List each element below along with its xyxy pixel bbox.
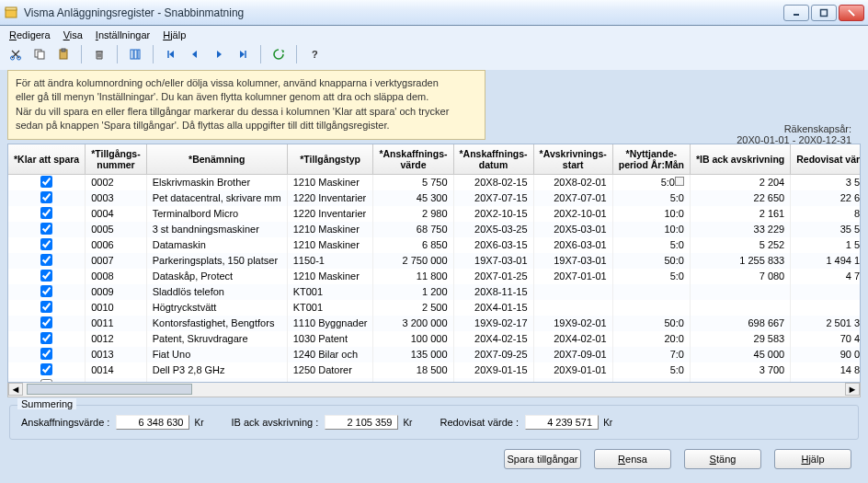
horizontal-scrollbar[interactable]: ◄ ► [7, 383, 861, 397]
cell[interactable]: 0011 [86, 316, 146, 331]
cell[interactable]: 0003 [86, 190, 146, 206]
cell[interactable]: 20X9-01-15 [453, 362, 533, 378]
cell[interactable]: 4 720 [791, 269, 861, 284]
cell[interactable] [8, 347, 86, 362]
cell[interactable]: 45 000 [690, 347, 790, 362]
cell[interactable]: 29 583 [690, 331, 790, 347]
menu-redigera[interactable]: Redigera [9, 29, 51, 40]
cell[interactable]: 1 200 [373, 284, 453, 300]
cell[interactable]: 100 000 [373, 331, 453, 347]
cell[interactable]: KT001 [287, 284, 373, 300]
cell[interactable]: 22 650 [690, 190, 790, 206]
cell[interactable]: 0008 [86, 269, 146, 284]
cell[interactable]: 1210 Maskiner [287, 269, 373, 284]
cell[interactable]: 68 750 [373, 222, 453, 237]
cell[interactable]: 1210 Maskiner [287, 237, 373, 253]
cell[interactable]: 50:0 [612, 253, 690, 269]
copy-icon[interactable] [29, 44, 50, 64]
cell[interactable]: 0012 [86, 331, 146, 347]
menu-hjalp[interactable]: Hjälp [163, 29, 186, 40]
cell[interactable]: 20X9-01-01 [533, 362, 612, 378]
maximize-button[interactable] [811, 5, 837, 21]
cell[interactable]: 5:0 [612, 269, 690, 284]
cell[interactable]: Elskrivmaskin Brother [146, 174, 287, 190]
cell[interactable]: Datamaskin [146, 237, 287, 253]
cell[interactable]: 20X4-01-15 [453, 300, 533, 316]
cell[interactable]: 6 850 [373, 237, 453, 253]
ready-checkbox[interactable] [40, 348, 52, 360]
cell[interactable]: KT001 [287, 300, 373, 316]
menu-visa[interactable]: Visa [63, 29, 83, 40]
cell[interactable]: 2 500 [373, 300, 453, 316]
cell[interactable]: 20X7-07-01 [533, 190, 612, 206]
cell[interactable]: Terminalbord Micro [146, 206, 287, 222]
cell[interactable] [533, 284, 612, 300]
column-header[interactable]: *IB ack avskrivning [690, 144, 790, 175]
table-row[interactable]: 0003Pet datacentral, skrivare mm1220 Inv… [8, 190, 861, 206]
cell[interactable]: 0009 [86, 284, 146, 300]
cell[interactable]: Dataskåp, Protect [146, 269, 287, 284]
cut-icon[interactable] [6, 44, 26, 64]
ready-checkbox[interactable] [40, 332, 52, 344]
cell[interactable]: 10:0 [612, 222, 690, 237]
help-icon[interactable]: ? [304, 44, 325, 64]
cell[interactable]: 0014 [86, 362, 146, 378]
cell[interactable] [533, 300, 612, 316]
assets-grid[interactable]: *Klar att spara*Tillgångs-nummer*Benämni… [7, 144, 861, 383]
cell[interactable]: 5:0 [612, 190, 690, 206]
cell[interactable]: 10:0 [612, 206, 690, 222]
cell[interactable]: 0007 [86, 253, 146, 269]
table-row[interactable]: 0007Parkeringsplats, 150 platser1150-12 … [8, 253, 861, 269]
cell[interactable]: 1150-1 [287, 253, 373, 269]
cell[interactable] [791, 300, 861, 316]
cell[interactable]: 19X9-02-17 [453, 316, 533, 331]
cell[interactable]: 20X4-02-01 [533, 331, 612, 347]
close-button[interactable] [839, 5, 864, 21]
cell[interactable]: 20:0 [612, 331, 690, 347]
cell[interactable]: 2 980 [373, 206, 453, 222]
cell[interactable] [8, 331, 86, 347]
cell[interactable]: Sladdlös telefon [146, 284, 287, 300]
cell[interactable]: Parkeringsplats, 150 platser [146, 253, 287, 269]
help-button[interactable]: Hjälp [774, 449, 851, 469]
cell[interactable]: 19X7-03-01 [453, 253, 533, 269]
cell[interactable]: 0013 [86, 347, 146, 362]
cell[interactable]: 20X7-09-01 [533, 347, 612, 362]
cell[interactable]: Högtryckstvätt [146, 300, 287, 316]
cell[interactable] [8, 253, 86, 269]
column-header[interactable]: *Benämning [146, 144, 287, 175]
cell[interactable]: 7 080 [690, 269, 790, 284]
cell[interactable]: 3 700 [690, 362, 790, 378]
cell[interactable] [8, 206, 86, 222]
ready-checkbox[interactable] [40, 316, 52, 328]
clear-button[interactable]: Rensa [594, 449, 671, 469]
scroll-right-arrow[interactable]: ► [845, 383, 860, 396]
cell[interactable]: 698 667 [690, 316, 790, 331]
cell[interactable]: 20X7-09-25 [453, 347, 533, 362]
cell[interactable]: 19X7-03-01 [533, 253, 612, 269]
cell[interactable]: 1210 Maskiner [287, 174, 373, 190]
cell[interactable]: 18 500 [373, 362, 453, 378]
column-header[interactable]: *Tillgångs-nummer [86, 144, 146, 175]
cell[interactable]: 20X7-07-15 [453, 190, 533, 206]
cell[interactable]: 1 494 167 [791, 253, 861, 269]
cell[interactable] [8, 174, 86, 190]
table-row[interactable]: 0002Elskrivmaskin Brother1210 Maskiner5 … [8, 174, 861, 190]
scroll-thumb[interactable] [27, 384, 192, 395]
cell[interactable]: 2 204 [690, 174, 790, 190]
cell[interactable]: 90 000 [791, 347, 861, 362]
cell[interactable]: 819 [791, 206, 861, 222]
cell[interactable]: Patent, Skruvdragare [146, 331, 287, 347]
cell[interactable]: 1030 Patent [287, 331, 373, 347]
ready-checkbox[interactable] [40, 363, 52, 375]
save-assets-button[interactable]: Spara tillgångar [504, 449, 581, 469]
column-header[interactable]: *Nyttjande-period År:Mån [612, 144, 690, 175]
cell[interactable]: 20X4-02-15 [453, 331, 533, 347]
cell[interactable]: 5:0 [612, 174, 690, 190]
cell[interactable]: 22 650 [791, 190, 861, 206]
cell[interactable]: 14 800 [791, 362, 861, 378]
ready-checkbox[interactable] [40, 285, 52, 297]
cell[interactable]: 1 598 [791, 237, 861, 253]
cell[interactable] [612, 284, 690, 300]
spinner-icon[interactable] [675, 177, 684, 186]
